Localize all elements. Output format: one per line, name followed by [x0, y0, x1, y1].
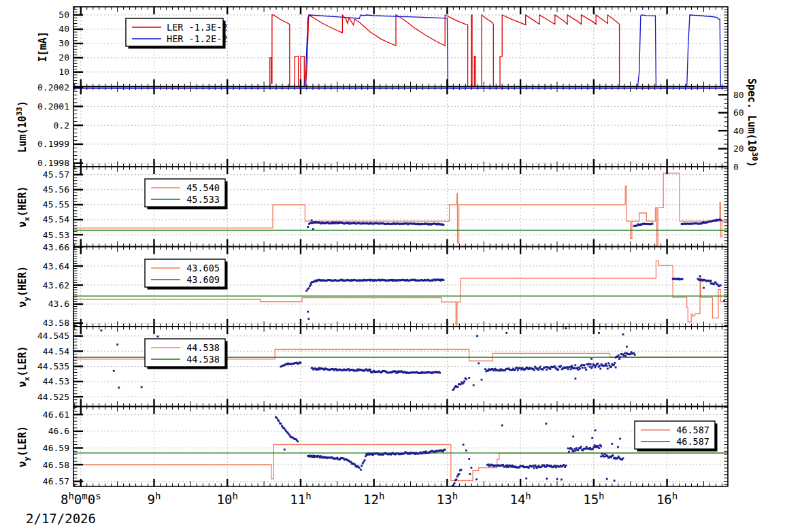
svg-text:44.538: 44.538	[186, 342, 220, 353]
svg-text:45.57: 45.57	[43, 169, 69, 180]
svg-text:43.66: 43.66	[43, 242, 69, 252]
svg-text:0.2: 0.2	[54, 120, 69, 131]
svg-text:60: 60	[733, 107, 744, 118]
svg-text:0.2001: 0.2001	[37, 101, 69, 112]
svg-text:46.6: 46.6	[48, 426, 69, 436]
svg-text:45.540: 45.540	[186, 182, 220, 193]
svg-text:46.59: 46.59	[43, 443, 69, 453]
svg-text:0.2002: 0.2002	[37, 82, 69, 93]
svg-text:44.54: 44.54	[43, 346, 69, 356]
svg-text:20: 20	[59, 52, 69, 63]
svg-text:I[mA]: I[mA]	[37, 31, 49, 62]
svg-text:0.1998: 0.1998	[37, 158, 69, 168]
svg-text:44.53: 44.53	[43, 376, 69, 386]
svg-text:44.525: 44.525	[37, 392, 69, 402]
svg-text:43.58: 43.58	[43, 318, 69, 328]
svg-text:40: 40	[733, 126, 744, 136]
svg-text:LER -1.3E-2: LER -1.3E-2	[167, 22, 227, 33]
svg-text:43.64: 43.64	[43, 261, 69, 271]
svg-text:45.533: 45.533	[186, 194, 220, 205]
svg-text:43.605: 43.605	[186, 263, 220, 273]
svg-text:40: 40	[59, 24, 69, 34]
svg-text:30: 30	[59, 38, 69, 48]
svg-text:43.609: 43.609	[186, 274, 220, 285]
date-label: 2/17/2026	[26, 511, 96, 526]
svg-text:43.6: 43.6	[48, 299, 69, 309]
svg-text:46.57: 46.57	[43, 476, 69, 486]
svg-text:45.53: 45.53	[43, 230, 69, 240]
tune-history-chart: 1020304050I[mA]LER -1.3E-2HER -1.2E-20.1…	[0, 0, 785, 532]
svg-text:HER -1.2E-2: HER -1.2E-2	[167, 33, 227, 44]
svg-text:43.62: 43.62	[43, 280, 69, 290]
svg-text:46.58: 46.58	[43, 460, 69, 470]
svg-text:10: 10	[59, 67, 69, 77]
svg-text:45.55: 45.55	[43, 199, 69, 210]
svg-text:80: 80	[733, 90, 744, 100]
svg-text:0: 0	[733, 162, 739, 172]
svg-text:45.56: 45.56	[43, 184, 69, 195]
svg-text:44.538: 44.538	[186, 354, 220, 365]
svg-text:0.1999: 0.1999	[37, 139, 69, 149]
svg-text:50: 50	[59, 10, 69, 20]
svg-text:46.587: 46.587	[676, 425, 709, 435]
tune-monitor-figure: 1020304050I[mA]LER -1.3E-2HER -1.2E-20.1…	[0, 0, 785, 532]
svg-text:45.54: 45.54	[43, 214, 69, 225]
svg-text:20: 20	[733, 144, 744, 154]
svg-text:44.545: 44.545	[37, 331, 69, 341]
svg-text:46.587: 46.587	[676, 436, 709, 447]
svg-text:8h0m0s: 8h0m0s	[61, 491, 101, 507]
svg-text:44.535: 44.535	[37, 361, 69, 371]
svg-text:46.61: 46.61	[43, 410, 69, 420]
